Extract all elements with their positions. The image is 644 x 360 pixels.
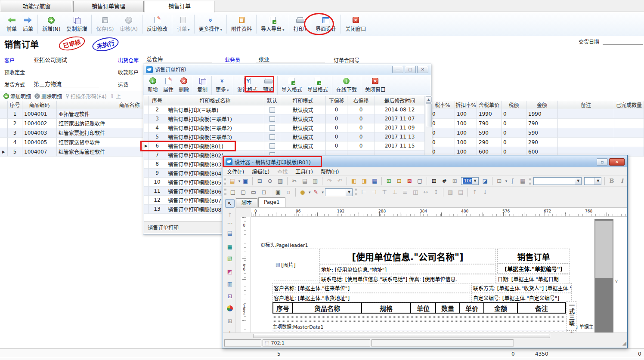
send-to-back-button[interactable]: ◨: [359, 177, 369, 185]
report-custom-no-field[interactable]: 自定义编号: [单据主体."自定义编号"]: [472, 293, 571, 302]
print-button[interactable]: ⊟: [255, 177, 264, 185]
default-checkbox[interactable]: [269, 116, 275, 122]
report-address-field[interactable]: 地址: [使用单位信息."地址"]: [320, 265, 495, 274]
new-page-button[interactable]: ▢: [415, 177, 424, 185]
default-checkbox[interactable]: [269, 134, 275, 140]
table-row[interactable]: 5销售订单打印模板(三联单3)默认模式002017-11-13: [144, 132, 425, 142]
pd-new-button[interactable]: +新增: [145, 76, 161, 94]
scrollbar-thumb[interactable]: [426, 103, 432, 127]
move-up-button[interactable]: ⇧上: [110, 92, 121, 100]
shape-wide-button[interactable]: ▭: [249, 188, 258, 197]
close-button[interactable]: ✕: [417, 66, 428, 73]
save-button[interactable]: ▣: [241, 177, 250, 185]
designer-titlebar[interactable]: 设计器 - 销售订单打印模版(B01) ▫ ✕: [223, 156, 627, 167]
pd-properties-button[interactable]: 属性: [161, 76, 176, 94]
next-order-button[interactable]: 后单: [20, 14, 36, 34]
report-contact-field[interactable]: 联系方式: [单据主体."收货人"] [单据主体."收货人电: [472, 283, 571, 292]
tab-script[interactable]: 脚本: [236, 198, 257, 207]
unaudit-edit-button[interactable]: 反审修改: [144, 14, 170, 34]
table-header-cell[interactable]: 默认: [264, 96, 280, 105]
table-header-cell[interactable]: 商品编码: [22, 101, 57, 109]
table-header-cell[interactable]: 打印模式: [280, 96, 326, 105]
report-table-header-cell[interactable]: 规格: [362, 303, 411, 313]
print-preview-button[interactable]: ⊙: [265, 177, 275, 185]
menu-help[interactable]: 帮助(H): [317, 168, 343, 175]
report-detail-band[interactable]: [272, 314, 565, 322]
delivery-date-field[interactable]: [603, 37, 643, 45]
snap-to-grid-button[interactable]: #: [440, 177, 449, 185]
resize-grip[interactable]: ◢: [622, 340, 626, 346]
default-checkbox[interactable]: [269, 143, 275, 149]
insert-shape-button[interactable]: ◩: [225, 267, 235, 276]
close-button[interactable]: ✕: [609, 158, 625, 166]
pd-online-download-button[interactable]: ↓在线下载: [334, 76, 359, 94]
prev-order-button[interactable]: 前单: [3, 14, 20, 34]
audit-button[interactable]: ✓审核(A): [117, 14, 141, 34]
screen-view-button[interactable]: ⊡: [495, 177, 504, 185]
default-checkbox[interactable]: [269, 125, 275, 131]
scrollbar-thumb[interactable]: [595, 221, 613, 278]
align-top-edges-button[interactable]: ⊥: [390, 188, 399, 197]
menu-tools[interactable]: 工具(T): [291, 168, 317, 175]
pd-copy-button[interactable]: 复制: [195, 76, 210, 94]
table-header-cell[interactable]: 序号: [149, 96, 166, 105]
menu-edit[interactable]: 编辑(E): [248, 168, 273, 175]
order-up-button[interactable]: ↑: [470, 188, 480, 197]
table-row[interactable]: ▶6销售订单打印模版(B01)默认模式002017-11-15: [144, 142, 425, 151]
table-header-cell[interactable]: 打印格式名称: [166, 96, 264, 105]
insert-pie-chart-button[interactable]: [225, 304, 235, 313]
shape-rect-button[interactable]: □: [228, 188, 238, 197]
report-company-field[interactable]: [使用单位信息."公司名称"]: [320, 249, 495, 264]
align-left-edges-button[interactable]: ⊢: [359, 188, 368, 197]
pd-preview-button[interactable]: 预览: [260, 76, 276, 94]
pd-close-button[interactable]: ×关闭窗口: [362, 76, 388, 94]
table-header-cell[interactable]: 折扣率%: [455, 101, 477, 109]
spacing-tool-button[interactable]: ⋯: [225, 218, 235, 227]
import-export-button[interactable]: 导入导出▾: [258, 14, 288, 34]
pd-more-button[interactable]: »更多▾: [213, 76, 232, 94]
select-cursor-button[interactable]: ↖: [225, 199, 235, 208]
table-header-cell[interactable]: 下偏移: [326, 96, 347, 105]
layers-button[interactable]: ▦: [370, 177, 379, 185]
band-label-pageheader[interactable]: 页标头:PageHeader1: [260, 241, 308, 248]
insert-image-button[interactable]: ▧: [225, 254, 235, 262]
report-table-header-cell[interactable]: 单位: [411, 303, 436, 313]
shape-solid-button[interactable]: ▣: [273, 188, 283, 197]
close-window-button[interactable]: ×关闭窗口: [342, 14, 369, 34]
redo-button[interactable]: ↷: [325, 177, 334, 185]
fx-expression-button[interactable]: ƒ: [508, 177, 517, 185]
ui-design-button[interactable]: 界面设计: [313, 14, 339, 34]
minimize-button[interactable]: —: [392, 66, 403, 73]
table-header-cell[interactable]: 序号: [8, 101, 22, 109]
table-header-cell[interactable]: 税额: [502, 101, 526, 109]
zoom-select[interactable]: 100%▼: [461, 177, 478, 185]
font-family-select[interactable]: ▼: [533, 177, 582, 185]
print-dialog-titlebar[interactable]: 销售订单打印 — ▢ ✕: [143, 64, 431, 75]
table-header-cell[interactable]: 已完成数量: [614, 101, 644, 109]
table-row[interactable]: 2销售订单打印(三联单)默认模式002014-08-12: [144, 105, 425, 114]
hand-tool-button[interactable]: ↑: [225, 210, 235, 219]
design-surface[interactable]: 页标头:PageHeader1 ▧[图片] [使用单位信息."公司名称"] 销售…: [251, 217, 627, 332]
scroll-up-icon[interactable]: ▲: [426, 96, 432, 103]
more-actions-button[interactable]: »更多操作▾: [196, 14, 226, 34]
pd-export-format-button[interactable]: 导出格式: [305, 76, 331, 94]
align-centers-h-button[interactable]: ⊣: [369, 188, 379, 197]
table-header-cell[interactable]: 备注: [558, 101, 614, 109]
deposit-field[interactable]: [32, 67, 99, 75]
scroll-down-icon[interactable]: ∨: [615, 278, 618, 284]
line-color-button[interactable]: ✎: [311, 188, 321, 197]
line-style-select[interactable]: ▼: [325, 188, 353, 196]
italic-button[interactable]: I: [617, 177, 627, 185]
font-size-select[interactable]: ▼: [584, 177, 601, 185]
new-label-button[interactable]: ⊞: [384, 177, 393, 185]
new-button[interactable]: +新增(N): [39, 14, 63, 34]
minimize-button[interactable]: ▫: [597, 158, 608, 166]
exit-designer-button[interactable]: ◪: [480, 177, 490, 185]
report-customer-address-field[interactable]: 客户地址: [单据主体."收货地址"]: [272, 293, 470, 302]
report-phone-field[interactable]: 联系电话: [使用单位信息."联系电话"] 传真: [使用单位信息.: [320, 274, 495, 283]
order-down-button[interactable]: ↓: [480, 188, 490, 197]
report-side-text[interactable]: 一式三联: [567, 302, 576, 330]
table-header-cell[interactable]: 金额: [526, 101, 558, 109]
pd-import-format-button[interactable]: 导入格式: [279, 76, 305, 94]
table-header-cell[interactable]: 含税单价: [477, 101, 502, 109]
